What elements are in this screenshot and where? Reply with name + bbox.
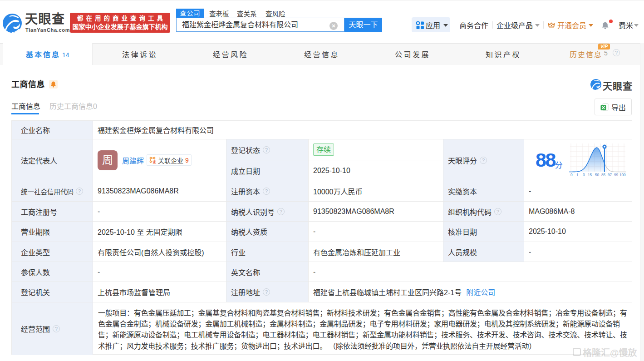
svg-text:企: 企 bbox=[152, 159, 157, 163]
svg-text:50: 50 bbox=[595, 173, 600, 177]
svg-text:100: 100 bbox=[619, 173, 626, 177]
svg-text:15: 15 bbox=[588, 173, 592, 177]
svg-text:85: 85 bbox=[601, 173, 606, 177]
svg-text:99: 99 bbox=[614, 173, 619, 177]
svg-text:3: 3 bbox=[583, 173, 585, 177]
svg-text:0: 0 bbox=[570, 173, 573, 177]
svg-text:97: 97 bbox=[608, 173, 612, 177]
svg-text:1: 1 bbox=[576, 173, 579, 177]
